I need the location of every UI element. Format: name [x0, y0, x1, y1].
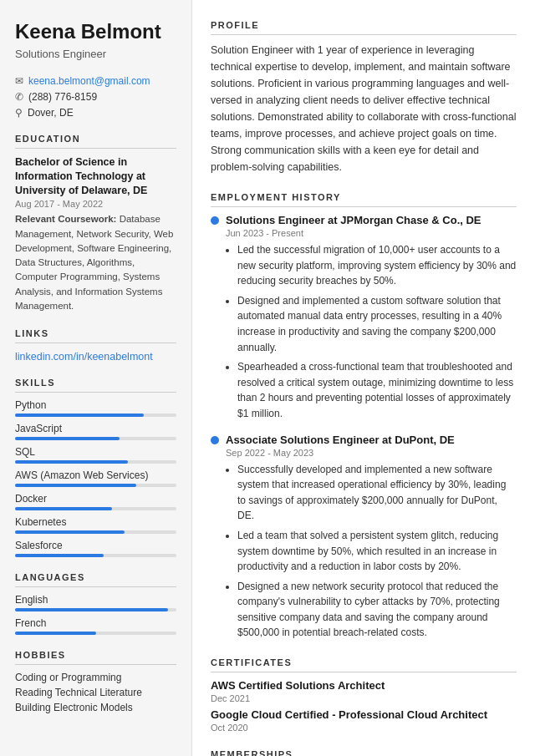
hobbies-container: Coding or ProgrammingReading Technical L…: [15, 672, 176, 713]
skill-bar-bg: [15, 414, 176, 417]
phone-icon: ✆: [15, 91, 23, 103]
profile-section-title: Profile: [211, 20, 517, 35]
skill-bar-fill: [15, 437, 120, 440]
sidebar: Keena Belmont Solutions Engineer ✉ keena…: [0, 0, 192, 756]
coursework-label: Relevant Coursework:: [15, 214, 120, 224]
skill-label: Docker: [15, 493, 176, 505]
skill-item: Salesforce: [15, 540, 176, 557]
phone-text: (288) 776-8159: [28, 91, 97, 103]
job-dot: [211, 436, 219, 444]
hobby-item: Coding or Programming: [15, 672, 176, 683]
profile-text: Solution Engineer with 1 year of experie…: [211, 42, 517, 175]
job-title: Solutions Engineer at JPMorgan Chase & C…: [226, 214, 482, 226]
skill-bar-fill: [15, 507, 112, 510]
job-bullet: Successfully developed and implemented a…: [237, 462, 517, 524]
languages-section-title: Languages: [15, 572, 176, 587]
job-item: Associate Solutions Engineer at DuPont, …: [211, 434, 517, 642]
job-bullet: Led a team that solved a persistent syst…: [237, 528, 517, 575]
location-icon: ⚲: [15, 107, 23, 119]
skill-item: SQL: [15, 446, 176, 464]
hobby-item: Building Electronic Models: [15, 702, 176, 713]
skill-label: Python: [15, 399, 176, 411]
coursework-text: Database Management, Network Security, W…: [15, 214, 173, 311]
education-section-title: Education: [15, 134, 176, 149]
certificate-item: AWS Certified Solutions Architect Dec 20…: [211, 679, 517, 703]
job-bullet: Designed a new network security protocol…: [237, 579, 517, 641]
languages-container: English French: [15, 594, 176, 635]
main-content: Profile Solution Engineer with 1 year of…: [192, 0, 535, 756]
language-bar-bg: [15, 632, 176, 635]
contact-location: ⚲ Dover, DE: [15, 107, 176, 119]
job-title: Associate Solutions Engineer at DuPont, …: [226, 434, 455, 446]
linkedin-link[interactable]: linkedin.com/in/keenabelmont: [15, 351, 153, 363]
job-bullet: Designed and implemented a custom softwa…: [237, 293, 517, 355]
job-bullet: Spearheaded a cross-functional team that…: [237, 359, 517, 421]
candidate-title: Solutions Engineer: [15, 48, 176, 60]
skill-bar-bg: [15, 484, 176, 487]
memberships-section-title: Memberships: [211, 749, 517, 756]
cert-date: Oct 2020: [211, 723, 517, 733]
candidate-name: Keena Belmont: [15, 20, 176, 44]
skill-label: JavaScript: [15, 423, 176, 434]
language-item: English: [15, 594, 176, 611]
skill-label: Salesforce: [15, 540, 176, 551]
certificates-section-title: Certificates: [211, 657, 517, 672]
email-link[interactable]: keena.belmont@gmail.com: [28, 75, 150, 87]
skill-bar-bg: [15, 437, 176, 440]
language-bar-fill: [15, 608, 168, 611]
job-date: Sep 2022 - May 2023: [226, 448, 517, 458]
job-header: Solutions Engineer at JPMorgan Chase & C…: [211, 214, 517, 226]
hobby-item: Reading Technical Literature: [15, 687, 176, 698]
skill-item: Docker: [15, 493, 176, 510]
skill-item: AWS (Amazon Web Services): [15, 469, 176, 487]
skill-label: AWS (Amazon Web Services): [15, 469, 176, 481]
employment-section-title: Employment History: [211, 192, 517, 207]
edu-coursework: Relevant Coursework: Database Management…: [15, 212, 176, 313]
linkedin-link-item: linkedin.com/in/keenabelmont: [15, 350, 176, 363]
contact-phone: ✆ (288) 776-8159: [15, 91, 176, 103]
language-item: French: [15, 617, 176, 635]
hobbies-section-title: Hobbies: [15, 650, 176, 665]
job-bullets: Led the successful migration of 10,000+ …: [226, 242, 517, 422]
contact-list: ✉ keena.belmont@gmail.com ✆ (288) 776-81…: [15, 75, 176, 119]
job-header: Associate Solutions Engineer at DuPont, …: [211, 434, 517, 446]
job-date: Jun 2023 - Present: [226, 228, 517, 238]
skill-bar-fill: [15, 554, 104, 557]
cert-name: AWS Certified Solutions Architect: [211, 679, 517, 692]
skills-container: Python JavaScript SQL AWS (Amazon Web Se…: [15, 399, 176, 557]
skill-bar-bg: [15, 554, 176, 557]
edu-degree: Bachelor of Science in Information Techn…: [15, 155, 176, 198]
skill-item: Python: [15, 399, 176, 417]
language-label: English: [15, 594, 176, 606]
location-text: Dover, DE: [28, 107, 74, 119]
links-section-title: Links: [15, 328, 176, 343]
job-bullets: Successfully developed and implemented a…: [226, 462, 517, 642]
job-dot: [211, 216, 219, 225]
resume-wrapper: Keena Belmont Solutions Engineer ✉ keena…: [0, 0, 535, 756]
skill-bar-fill: [15, 530, 125, 534]
language-bar-fill: [15, 632, 96, 635]
cert-name: Google Cloud Certified - Professional Cl…: [211, 708, 517, 721]
language-bar-bg: [15, 608, 176, 611]
skill-bar-bg: [15, 530, 176, 534]
job-item: Solutions Engineer at JPMorgan Chase & C…: [211, 214, 517, 422]
language-label: French: [15, 617, 176, 629]
skill-item: Kubernetes: [15, 516, 176, 534]
skill-bar-bg: [15, 507, 176, 510]
employment-container: Solutions Engineer at JPMorgan Chase & C…: [211, 214, 517, 641]
skill-bar-fill: [15, 484, 136, 487]
skill-bar-fill: [15, 414, 144, 417]
cert-date: Dec 2021: [211, 693, 517, 703]
contact-email: ✉ keena.belmont@gmail.com: [15, 75, 176, 87]
skill-item: JavaScript: [15, 423, 176, 440]
edu-date: Aug 2017 - May 2022: [15, 199, 176, 209]
skill-label: SQL: [15, 446, 176, 458]
skills-section-title: Skills: [15, 378, 176, 393]
certificate-item: Google Cloud Certified - Professional Cl…: [211, 708, 517, 733]
job-bullet: Led the successful migration of 10,000+ …: [237, 242, 517, 289]
skill-label: Kubernetes: [15, 516, 176, 528]
email-icon: ✉: [15, 75, 23, 87]
skill-bar-fill: [15, 460, 128, 464]
certificates-container: AWS Certified Solutions Architect Dec 20…: [211, 679, 517, 733]
skill-bar-bg: [15, 460, 176, 464]
